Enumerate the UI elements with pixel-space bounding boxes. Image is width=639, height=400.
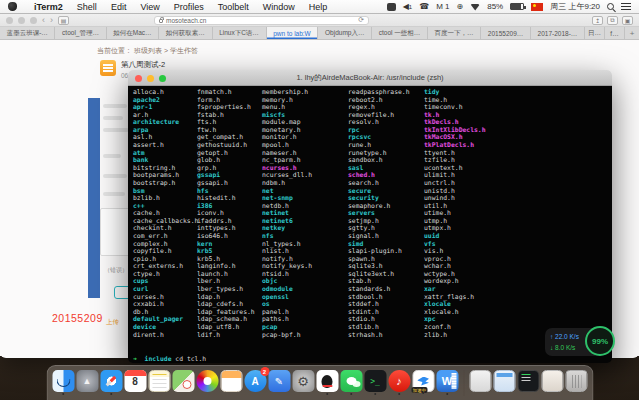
dock-finder-icon[interactable] xyxy=(52,370,74,392)
running-indicator xyxy=(62,393,65,396)
tab-11[interactable]: 2017-2018-… xyxy=(531,27,585,39)
student-id: 20155209 xyxy=(52,312,103,324)
dock-maps-icon[interactable] xyxy=(172,370,194,392)
wifi-icon[interactable] xyxy=(470,3,480,11)
reload-icon[interactable]: ⟳ xyxy=(358,16,364,24)
share-icon[interactable]: ↥ xyxy=(592,16,603,25)
menu-edit[interactable]: Edit xyxy=(104,2,134,12)
dock-thumb4-icon[interactable] xyxy=(541,370,563,392)
new-tab-icon[interactable]: ⧉ xyxy=(607,16,618,25)
menu-iterm2[interactable]: iTerm2 xyxy=(27,2,70,12)
apple-menu-icon[interactable] xyxy=(8,2,17,11)
dock-thumb1-icon[interactable] xyxy=(469,370,491,392)
dock: ▲8A2✎⚙>_♪加速中W xyxy=(46,365,593,400)
battery-icon[interactable] xyxy=(510,3,524,10)
tab-7[interactable]: Objdump入… xyxy=(318,27,372,39)
terminal-prompt-area: ➜ include cd tcl.h cd: not a directory: … xyxy=(133,341,233,363)
terminal-body[interactable]: alloca.hapache2apr-1ar.harchitecturearpa… xyxy=(128,86,612,363)
breadcrumb: 当前位置： 班级列表 > 学生作答 xyxy=(97,46,198,56)
tab-13[interactable]: f… xyxy=(605,27,625,39)
dock-safari-icon[interactable] xyxy=(100,370,122,392)
dock-calendar-icon[interactable]: 8 xyxy=(124,370,146,392)
dock-trash-icon[interactable] xyxy=(565,370,587,392)
menu-help[interactable]: Help xyxy=(302,2,335,12)
running-indicator xyxy=(374,393,377,396)
dock-iterm-icon[interactable]: >_ xyxy=(364,370,386,392)
dock-word-icon[interactable]: W xyxy=(436,370,458,392)
display-icon[interactable] xyxy=(387,3,396,11)
lock-icon xyxy=(159,19,163,23)
dock-notes-icon[interactable] xyxy=(148,370,170,392)
sidebar-icon[interactable]: ▤ xyxy=(58,16,69,25)
tab-1[interactable]: 蓝墨云班课-… xyxy=(0,27,55,39)
running-indicator xyxy=(422,392,425,395)
error-note: （错误） xyxy=(104,266,128,275)
dock-settings-icon[interactable]: ⚙ xyxy=(292,370,314,392)
net-speed-widget[interactable]: ↑ 22.0 K/s ↓ 8.0 K/s 99% xyxy=(545,328,605,356)
safari-minimize-button[interactable] xyxy=(18,17,25,24)
menu-shell[interactable]: Shell xyxy=(70,2,104,12)
m1-status[interactable]: M 1 xyxy=(436,2,449,11)
health-ring[interactable]: 99% xyxy=(585,326,615,356)
new-tab-button[interactable]: + xyxy=(625,27,639,39)
dock-netease-icon[interactable]: ♪ xyxy=(388,370,410,392)
dock-thunder-icon[interactable]: 加速中 xyxy=(412,370,434,392)
tab-10[interactable]: 20155209… xyxy=(481,27,531,39)
tab-overview-icon[interactable]: ▣ xyxy=(622,16,633,25)
upload-note: 上传 xyxy=(106,318,119,327)
safari-zoom-button[interactable] xyxy=(30,17,37,24)
tab-3[interactable]: 如何在Mac… xyxy=(107,27,160,39)
tab-4[interactable]: 如何获取素… xyxy=(159,27,212,39)
tab-8[interactable]: ctool 一些相… xyxy=(372,27,428,39)
listing-column-5: tidytime.htimeconv.htk.htkDecls.htkIntXl… xyxy=(424,89,486,339)
menu-profiles[interactable]: Profiles xyxy=(167,2,211,12)
quiz-title: 第八周测试-2 xyxy=(121,60,165,70)
menu-items: iTerm2ShellEditViewProfilesToolbeltWindo… xyxy=(27,2,334,12)
tab-2[interactable]: ctool_管理… xyxy=(55,27,106,39)
spotlight-icon[interactable] xyxy=(607,3,614,10)
terminal-titlebar[interactable]: 1. lhy的AirdeMacBook-Air: /usr/include (z… xyxy=(128,70,612,86)
dock-mail-icon[interactable] xyxy=(220,370,242,392)
tab-5[interactable]: Linux下C语… xyxy=(213,27,267,39)
dock-pencil-icon[interactable]: ✎ xyxy=(268,370,290,392)
listing-column-3: membership.hmemory.hmenu.hmiscfsmodule.m… xyxy=(262,89,312,339)
menu-window[interactable]: Window xyxy=(256,2,302,12)
safari-toolbar: ‹ › ▤ mosoteach.cn ⟳ ↥ ⧉ ▣ xyxy=(0,14,639,27)
page-text-fragment xyxy=(103,104,127,108)
tab-12[interactable]: 日… xyxy=(585,27,605,39)
dock-thumb2-icon[interactable] xyxy=(493,370,515,392)
address-bar[interactable]: mosoteach.cn ⟳ xyxy=(154,16,369,25)
page-text-fragment xyxy=(103,116,123,120)
phone-icon[interactable]: ☎ xyxy=(419,2,429,11)
iterm-window: 1. lhy的AirdeMacBook-Air: /usr/include (z… xyxy=(128,70,612,363)
dock-qq-icon[interactable] xyxy=(316,370,338,392)
dock-launchpad-icon[interactable]: ▲ xyxy=(76,370,98,392)
page-text-fragment xyxy=(103,128,129,132)
tab-9[interactable]: 百度一下，… xyxy=(428,27,481,39)
listing-column-1: alloca.hapache2apr-1ar.harchitecturearpa… xyxy=(133,89,198,339)
terminal-close-button[interactable] xyxy=(135,75,142,82)
notification-center-icon[interactable] xyxy=(621,3,631,10)
forward-button[interactable]: › xyxy=(50,16,53,25)
volume-icon[interactable]: ◀1 xyxy=(403,2,413,11)
battery-percent: 85% xyxy=(487,2,503,11)
menu-view[interactable]: View xyxy=(133,2,166,12)
input-source-icon[interactable]: ⊕ xyxy=(456,2,463,11)
dock-appstore-icon[interactable]: A2 xyxy=(244,370,266,392)
dock-thumb3-icon[interactable] xyxy=(517,370,539,392)
menubar-clock[interactable]: 周三 上午9:20 xyxy=(550,1,600,12)
up-arrow-icon: ↑ xyxy=(550,333,553,340)
menu-toolbelt[interactable]: Toolbelt xyxy=(211,2,256,12)
dock-wechat-icon[interactable] xyxy=(340,370,362,392)
file-entry: zlib.h xyxy=(424,332,486,340)
tab-6[interactable]: pwn to lab:W xyxy=(267,27,319,39)
dock-photos-icon[interactable] xyxy=(196,370,218,392)
terminal-minimize-button[interactable] xyxy=(147,75,154,82)
input-flag-icon[interactable] xyxy=(531,3,543,11)
back-button[interactable]: ‹ xyxy=(42,16,45,25)
terminal-title: 1. lhy的AirdeMacBook-Air: /usr/include (z… xyxy=(296,73,443,83)
safari-close-button[interactable] xyxy=(6,17,13,24)
menu-bar: iTerm2ShellEditViewProfilesToolbeltWindo… xyxy=(0,0,639,14)
terminal-zoom-button[interactable] xyxy=(159,75,166,82)
file-entry: strhash.h xyxy=(348,332,410,340)
